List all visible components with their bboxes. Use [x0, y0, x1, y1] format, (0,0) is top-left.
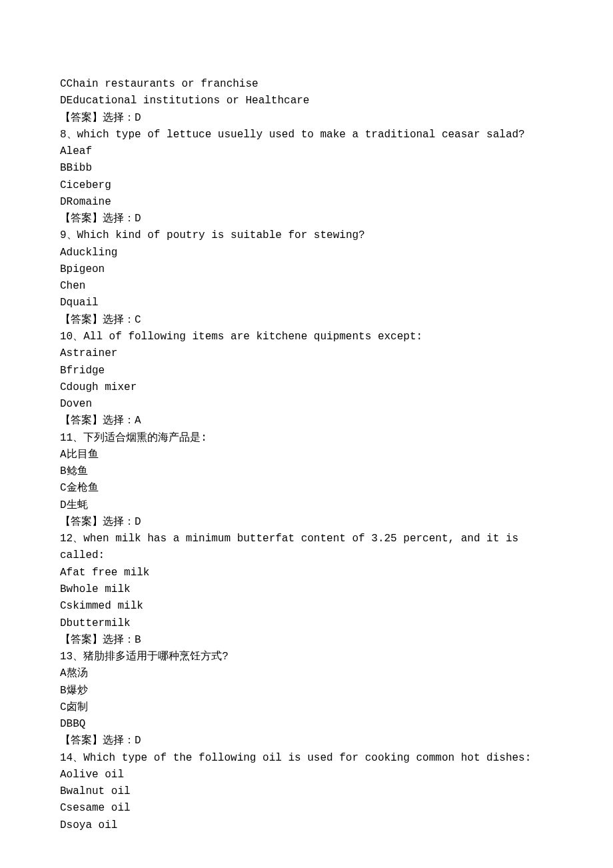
option-text: oven — [67, 398, 92, 410]
question-number: 12 — [60, 533, 73, 545]
option-letter: A — [60, 769, 67, 781]
option-letter: C — [60, 381, 67, 393]
option-letter: D — [60, 398, 67, 410]
question-stem: 11、下列适合烟熏的海产品是: — [60, 430, 553, 447]
answer-line: 【答案】选择：B — [60, 632, 553, 649]
option-line: A比目鱼 — [60, 447, 553, 463]
option-line: Aolive oil — [60, 767, 553, 783]
answer-line: 【答案】选择：D — [60, 110, 553, 127]
option-letter: D — [60, 499, 67, 511]
answer-value: C — [135, 314, 141, 326]
option-text: buttermilk — [67, 617, 131, 629]
option-letter: D — [60, 95, 67, 107]
option-line: Bwhole milk — [60, 581, 553, 598]
option-text: whole milk — [67, 583, 131, 595]
option-text: quail — [67, 297, 99, 309]
question-stem: 12、when milk has a minimum butterfat con… — [60, 531, 553, 565]
option-text: Chain restaurants or franchise — [67, 78, 259, 90]
option-line: A熬汤 — [60, 665, 553, 682]
option-text: olive oil — [67, 769, 124, 781]
option-line: Ciceberg — [60, 177, 553, 194]
option-letter: C — [60, 600, 67, 612]
option-letter: A — [60, 567, 67, 579]
answer-value: D — [135, 735, 141, 747]
option-letter: B — [60, 162, 67, 174]
option-letter: D — [60, 819, 67, 831]
question-number: 9 — [60, 229, 67, 241]
question-text: Which type of the following oil is used … — [83, 752, 531, 764]
document-page: CChain restaurants or franchiseDEducatio… — [0, 0, 613, 868]
answer-value: D — [135, 516, 141, 528]
option-line: DRomaine — [60, 194, 553, 211]
question-separator: 、 — [73, 651, 83, 663]
option-line: DEducational institutions or Healthcare — [60, 93, 553, 109]
question-separator: 、 — [73, 331, 83, 343]
question-number: 8 — [60, 129, 67, 141]
option-text: iceberg — [67, 179, 111, 191]
answer-line: 【答案】选择：C — [60, 312, 553, 329]
option-letter: B — [60, 785, 67, 797]
question-separator: 、 — [67, 229, 77, 241]
option-line: Bwalnut oil — [60, 783, 553, 800]
option-line: Bfridge — [60, 363, 553, 379]
question-separator: 、 — [67, 129, 77, 141]
answer-label: 【答案】选择： — [60, 735, 135, 747]
option-line: BBibb — [60, 160, 553, 177]
option-text: Educational institutions or Healthcare — [67, 95, 310, 107]
option-text: strainer — [67, 347, 118, 359]
option-line: Cskimmed milk — [60, 598, 553, 615]
option-line: C金枪鱼 — [60, 480, 553, 497]
option-text: fridge — [67, 365, 105, 377]
option-text: hen — [67, 280, 86, 292]
question-number: 14 — [60, 752, 73, 764]
option-line: Aleaf — [60, 143, 553, 160]
option-letter: A — [60, 347, 67, 359]
question-stem: 14、Which type of the following oil is us… — [60, 750, 553, 767]
option-text: 熬汤 — [67, 667, 88, 679]
option-text: 爆炒 — [67, 685, 88, 697]
option-line: Astrainer — [60, 345, 553, 362]
option-text: duckling — [67, 247, 118, 259]
question-text: which type of lettuce usuelly used to ma… — [77, 129, 525, 141]
option-text: soya oil — [67, 819, 118, 831]
option-letter: C — [60, 78, 67, 90]
question-stem: 13、猪肋排多适用于哪种烹饪方式? — [60, 649, 553, 665]
answer-label: 【答案】选择： — [60, 112, 135, 124]
option-letter: A — [60, 667, 67, 679]
option-letter: C — [60, 179, 67, 191]
question-stem: 9、Which kind of poutry is suitable for s… — [60, 227, 553, 244]
answer-line: 【答案】选择：D — [60, 733, 553, 749]
question-separator: 、 — [73, 432, 83, 444]
question-text: 猪肋排多适用于哪种烹饪方式? — [83, 651, 229, 663]
option-line: Afat free milk — [60, 565, 553, 581]
answer-label: 【答案】选择： — [60, 314, 135, 326]
option-letter: B — [60, 465, 67, 477]
option-text: Romaine — [67, 196, 111, 208]
option-line: D生蚝 — [60, 497, 553, 514]
option-text: 金枪鱼 — [67, 482, 99, 494]
option-text: 鲶鱼 — [67, 465, 88, 477]
option-letter: D — [60, 297, 67, 309]
option-line: CChain restaurants or franchise — [60, 76, 553, 93]
question-text: 下列适合烟熏的海产品是: — [83, 432, 207, 444]
question-text: when milk has a minimum butterfat conten… — [60, 533, 525, 561]
option-text: skimmed milk — [67, 600, 143, 612]
option-text: walnut oil — [67, 785, 131, 797]
answer-label: 【答案】选择： — [60, 516, 135, 528]
option-letter: B — [60, 583, 67, 595]
answer-line: 【答案】选择：D — [60, 514, 553, 531]
option-letter: A — [60, 145, 67, 157]
option-text: BBQ — [67, 718, 86, 730]
option-text: leaf — [67, 145, 92, 157]
option-letter: B — [60, 685, 67, 697]
option-text: sesame oil — [67, 802, 131, 814]
option-line: B爆炒 — [60, 683, 553, 699]
option-letter: C — [60, 802, 67, 814]
option-line: Dquail — [60, 295, 553, 311]
question-number: 10 — [60, 331, 73, 343]
option-text: 生蚝 — [67, 499, 88, 511]
question-text: All of following items are kitchene quip… — [83, 331, 422, 343]
option-letter: C — [60, 701, 67, 713]
answer-line: 【答案】选择：D — [60, 211, 553, 227]
answer-value: D — [135, 112, 141, 124]
